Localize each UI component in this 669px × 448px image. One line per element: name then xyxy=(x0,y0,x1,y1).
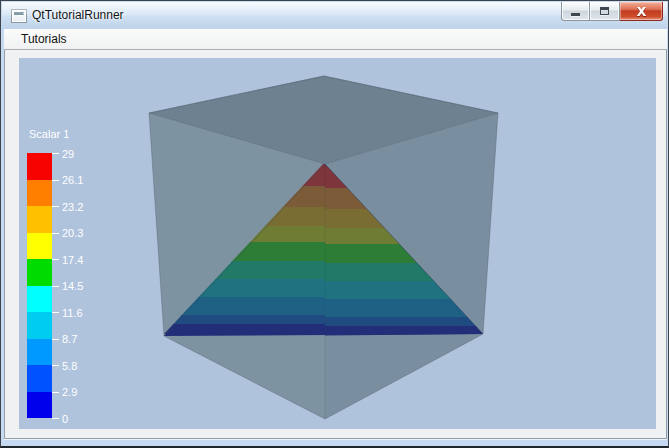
minimize-icon xyxy=(571,13,580,16)
legend-color-block xyxy=(27,339,52,366)
legend-tick-line xyxy=(52,365,59,366)
3d-viewport[interactable]: Scalar 1 2926.123.220.317.414.511.68.75.… xyxy=(19,58,656,429)
menubar: Tutorials xyxy=(4,29,667,50)
menu-tutorials[interactable]: Tutorials xyxy=(13,30,75,48)
legend-tick-line xyxy=(52,339,59,340)
caption-buttons xyxy=(561,2,663,22)
titlebar[interactable]: QtTutorialRunner xyxy=(2,2,667,29)
legend-tick-label: 2.9 xyxy=(62,386,77,398)
legend-tick-label: 5.8 xyxy=(62,360,77,372)
legend-color-block xyxy=(27,392,52,419)
legend-tick-line xyxy=(52,206,59,207)
legend-color-block xyxy=(27,312,52,339)
legend-color-block xyxy=(27,206,52,233)
legend-tick-label: 14.5 xyxy=(62,280,83,292)
legend-tick-line xyxy=(52,259,59,260)
app-window: QtTutorialRunner Tutorials xyxy=(0,0,669,448)
legend-tick-label: 23.2 xyxy=(62,201,83,213)
legend-color-block xyxy=(27,286,52,313)
app-icon[interactable] xyxy=(11,9,27,23)
legend-tick-line xyxy=(52,153,59,154)
cube-pyramid-scene xyxy=(19,58,656,429)
legend-color-column xyxy=(27,153,52,418)
legend-color-block xyxy=(27,180,52,207)
screen: QtTutorialRunner Tutorials xyxy=(0,0,669,448)
client-area: Scalar 1 2926.123.220.317.414.511.68.75.… xyxy=(4,50,667,439)
legend-tick-label: 11.6 xyxy=(62,307,83,319)
legend-tick-label: 8.7 xyxy=(62,333,77,345)
legend-tick-line xyxy=(52,286,59,287)
legend-tick-line xyxy=(52,392,59,393)
legend-tick-label: 20.3 xyxy=(62,227,83,239)
legend-tick-line xyxy=(52,418,59,419)
window-title: QtTutorialRunner xyxy=(32,8,124,22)
legend-tick-label: 26.1 xyxy=(62,174,83,186)
legend-color-block xyxy=(27,153,52,180)
legend-color-block xyxy=(27,259,52,286)
close-button[interactable] xyxy=(620,2,663,21)
legend-tick-label: 17.4 xyxy=(62,254,83,266)
maximize-icon xyxy=(600,7,609,15)
legend-color-block xyxy=(27,365,52,392)
legend-tick-line xyxy=(52,180,59,181)
legend-tick-line xyxy=(52,233,59,234)
legend-title: Scalar 1 xyxy=(29,128,69,140)
close-icon xyxy=(636,7,647,16)
legend-tick-line xyxy=(52,312,59,313)
minimize-button[interactable] xyxy=(561,2,590,21)
legend-tick-label: 0 xyxy=(62,413,68,425)
legend-color-block xyxy=(27,233,52,260)
legend-tick-label: 29 xyxy=(62,148,74,160)
maximize-button[interactable] xyxy=(590,2,620,21)
